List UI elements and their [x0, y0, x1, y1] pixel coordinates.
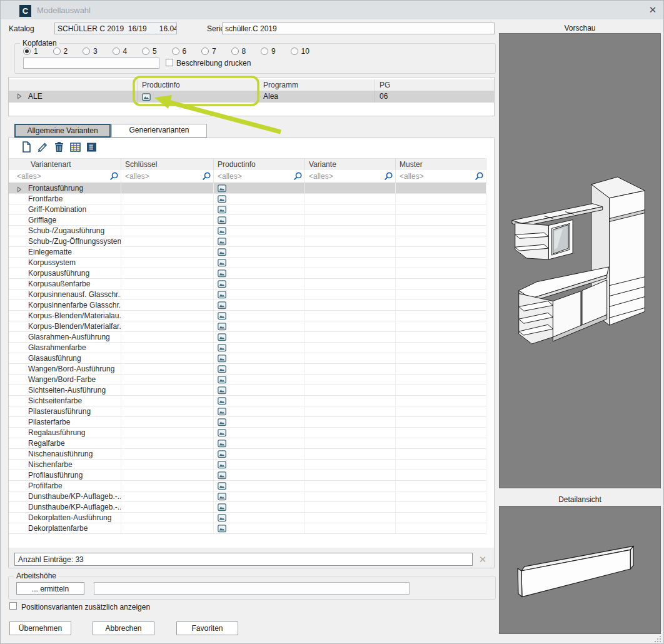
productinfo-cell[interactable] — [214, 460, 305, 470]
filter-Variante[interactable]: <alles> — [305, 170, 396, 183]
search-icon[interactable] — [109, 171, 119, 181]
productinfo-cell[interactable] — [214, 385, 305, 395]
table-row[interactable]: Profilfarbe — [9, 481, 486, 491]
uebernehmen-button[interactable]: Übernehmen — [9, 621, 71, 635]
productinfo-cell[interactable] — [214, 236, 305, 246]
productinfo-cell[interactable] — [214, 268, 305, 278]
productinfo-cell[interactable] — [214, 375, 305, 385]
radio-circle[interactable] — [172, 48, 179, 55]
productinfo-cell[interactable] — [214, 470, 305, 480]
kopfdaten-input[interactable] — [23, 58, 159, 69]
table-row[interactable]: Korpussystem — [9, 258, 486, 268]
table-row[interactable]: Glasausführung — [9, 353, 486, 364]
productinfo-cell[interactable] — [214, 396, 305, 406]
radio-circle[interactable] — [83, 48, 90, 55]
col-schluessel[interactable]: Schlüssel — [121, 159, 214, 170]
table-row[interactable]: Grifflage — [9, 215, 486, 226]
productinfo-cell[interactable] — [214, 321, 305, 331]
radio-circle[interactable] — [113, 48, 120, 55]
table-row[interactable]: Korpusinnenfarbe Glasschr... — [9, 300, 486, 311]
tab-allgemeine-varianten[interactable]: Allgemeine Varianten — [14, 124, 111, 138]
table-row[interactable]: Regalfarbe — [9, 438, 486, 449]
radio-2[interactable]: 2 — [53, 47, 83, 56]
productinfo-cell[interactable] — [214, 417, 305, 427]
search-icon[interactable] — [201, 171, 211, 181]
table-row[interactable]: Korpus-Blenden/Materialau... — [9, 311, 486, 321]
search-icon[interactable] — [383, 171, 393, 181]
table-row[interactable]: Einlegematte — [9, 247, 486, 258]
productinfo-cell[interactable] — [214, 438, 305, 448]
table-row[interactable]: Korpusaußenfarbe — [9, 279, 486, 289]
productinfo-cell[interactable] — [214, 449, 305, 459]
radio-1[interactable]: 1 — [23, 47, 53, 56]
radio-9[interactable]: 9 — [261, 47, 291, 56]
productinfo-cell[interactable] — [214, 428, 305, 438]
resize-grip[interactable] — [653, 635, 662, 643]
table-row[interactable]: Profilausführung — [9, 470, 486, 481]
productinfo-cell[interactable] — [214, 311, 305, 321]
ermitteln-button[interactable]: ... ermitteln — [16, 582, 84, 595]
table-row[interactable]: Wangen/Bord-Farbe — [9, 375, 486, 385]
productinfo-cell[interactable] — [214, 491, 305, 501]
new-page-icon[interactable] — [20, 141, 33, 153]
model-col-programm[interactable]: Programm — [259, 79, 375, 91]
abbrechen-button[interactable]: Abbrechen — [93, 621, 154, 635]
col-variantenart[interactable]: Variantenart — [9, 159, 121, 170]
table-row[interactable]: Glasrahmenfarbe — [9, 343, 486, 353]
close-button[interactable]: ✕ — [646, 3, 660, 17]
table-row[interactable]: Korpus-Blenden/Materialfar... — [9, 321, 486, 332]
productinfo-cell[interactable] — [214, 406, 305, 416]
productinfo-cell[interactable] — [214, 343, 305, 353]
productinfo-cell[interactable] — [214, 183, 305, 193]
radio-6[interactable]: 6 — [172, 47, 202, 56]
radio-5[interactable]: 5 — [142, 47, 172, 56]
radio-3[interactable]: 3 — [83, 47, 113, 56]
radio-10[interactable]: 10 — [291, 47, 321, 56]
delete-trash-icon[interactable] — [53, 141, 65, 153]
table-row[interactable]: Sichtseiten-Ausführung — [9, 385, 486, 396]
positionsvarianten-checkbox[interactable] — [9, 602, 17, 610]
radio-circle[interactable] — [261, 48, 268, 55]
radio-circle[interactable] — [231, 48, 239, 55]
table-row[interactable]: Dunsthaube/KP-Auflageb.-... — [9, 502, 486, 513]
productinfo-cell[interactable] — [214, 513, 305, 523]
table-row[interactable]: Korpusinnenausf. Glasschr... — [9, 289, 486, 300]
table-row[interactable]: Dekorplattenfarbe — [9, 523, 486, 534]
radio-circle[interactable] — [201, 48, 209, 55]
favoriten-button[interactable]: Favoriten — [176, 621, 238, 635]
table-row[interactable]: Pilasterausführung — [9, 406, 486, 417]
search-icon[interactable] — [474, 171, 484, 181]
radio-circle[interactable] — [142, 48, 149, 55]
table-row[interactable]: Regalausführung — [9, 428, 486, 438]
radio-4[interactable]: 4 — [113, 47, 143, 56]
filter-Muster[interactable]: <alles> — [396, 170, 486, 183]
beschreibung-checkbox[interactable] — [166, 59, 173, 66]
model-col-pg[interactable]: PG — [375, 79, 493, 91]
radio-circle[interactable] — [23, 48, 31, 55]
serie-field[interactable]: schüller.C 2019 — [222, 23, 495, 34]
productinfo-cell[interactable] — [214, 332, 305, 342]
productinfo-cell[interactable] — [214, 226, 305, 236]
productinfo-cell[interactable] — [214, 502, 305, 512]
table-row[interactable]: Dekorplatten-Ausführung — [9, 513, 486, 523]
table-row[interactable]: Korpusausführung — [9, 268, 486, 279]
table-row[interactable]: Sichtseitenfarbe — [9, 396, 486, 406]
search-icon[interactable] — [293, 171, 303, 181]
table-row[interactable]: Nischenfarbe — [9, 460, 486, 470]
arbeitshoehe-input[interactable] — [94, 582, 410, 595]
productinfo-cell[interactable] — [214, 247, 305, 257]
table-row[interactable]: Wangen/Bord-Ausführung — [9, 364, 486, 375]
table-row[interactable]: Griff-Kombination — [9, 204, 486, 215]
radio-circle[interactable] — [291, 48, 298, 55]
table-row[interactable]: Schub-/Zugausführung — [9, 226, 486, 236]
productinfo-cell[interactable] — [214, 289, 305, 299]
productinfo-cell[interactable] — [214, 300, 305, 310]
productinfo-cell[interactable] — [214, 215, 305, 225]
productinfo-cell[interactable] — [214, 279, 305, 289]
productinfo-cell[interactable] — [214, 258, 305, 268]
radio-7[interactable]: 7 — [201, 47, 231, 56]
tab-generiervarianten[interactable]: Generiervarianten — [111, 124, 207, 138]
radio-circle[interactable] — [53, 48, 61, 55]
model-row-productinfo[interactable] — [138, 91, 259, 103]
model-table-row[interactable]: ALE Alea 06 — [9, 91, 494, 103]
